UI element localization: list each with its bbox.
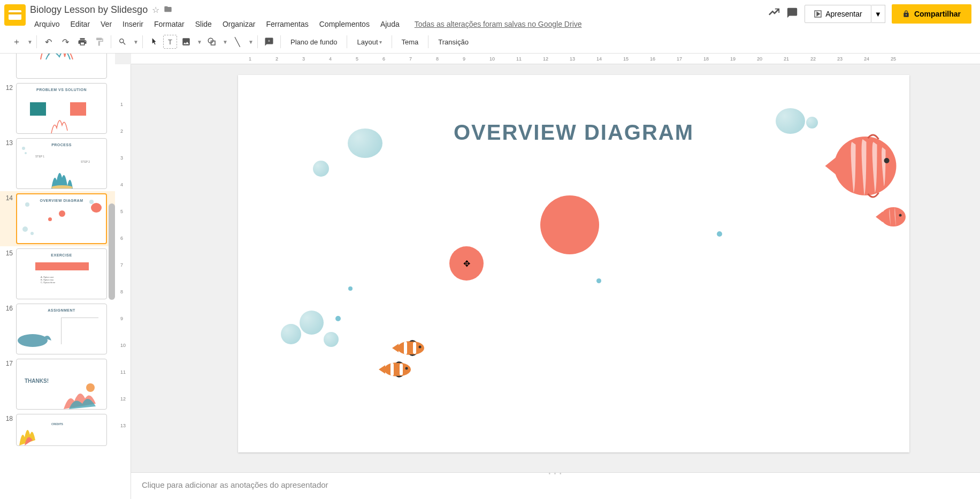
menu-edit[interactable]: Editar (66, 18, 94, 31)
present-dropdown-button[interactable]: ▼ (871, 5, 885, 23)
document-title[interactable]: Biology Lesson by Slidesgo (30, 4, 148, 16)
new-slide-dropdown[interactable]: ▼ (26, 34, 33, 50)
theme-button[interactable]: Tema (395, 34, 425, 50)
shape-circle-large[interactable] (540, 195, 599, 254)
background-button[interactable]: Plano de fundo (284, 34, 343, 50)
svg-point-11 (881, 207, 906, 226)
clownfish-image[interactable] (391, 337, 428, 359)
slide-thumb-11[interactable] (16, 54, 107, 79)
redo-button[interactable]: ↷ (57, 34, 73, 50)
play-icon (814, 10, 822, 18)
share-button[interactable]: Compartilhar (892, 4, 971, 24)
slide-thumb-18[interactable]: CREDITS (16, 414, 107, 446)
svg-rect-18 (391, 363, 394, 376)
slide-thumb-15[interactable]: EXERCISE A. Option oneB. Option twoC. Op… (16, 248, 107, 299)
header: Biology Lesson by Slidesgo ☆ Arquivo Edi… (0, 0, 980, 31)
vertical-ruler[interactable]: 1 2 3 4 5 6 7 8 9 10 11 12 13 (115, 64, 131, 499)
bubble-decoration[interactable] (324, 332, 339, 347)
slide-thumb-16[interactable]: ASSIGNMENT (16, 304, 107, 354)
menu-addons[interactable]: Complementos (315, 18, 374, 31)
bubble-decoration[interactable] (776, 108, 805, 134)
svg-text:+: + (268, 39, 271, 43)
image-dropdown[interactable]: ▼ (195, 34, 203, 50)
bubble-decoration[interactable] (806, 117, 818, 128)
zoom-dropdown[interactable]: ▼ (132, 34, 139, 50)
horizontal-ruler[interactable]: 1 2 3 4 5 6 7 8 9 10 11 12 13 14 15 16 1… (131, 54, 980, 64)
transition-button[interactable]: Transição (432, 34, 475, 50)
textbox-button[interactable]: T (163, 35, 177, 49)
paint-format-button[interactable] (91, 34, 108, 50)
sidebar-scrollbar[interactable] (109, 203, 115, 300)
menu-tools[interactable]: Ferramentas (262, 18, 312, 31)
slides-logo-icon[interactable] (4, 4, 26, 26)
new-slide-button[interactable]: ＋ (9, 34, 25, 50)
zoom-button[interactable] (114, 34, 131, 50)
menu-help[interactable]: Ajuda (376, 18, 404, 31)
slide-thumb-13[interactable]: PROCESS STEP 1 STEP 2 (16, 138, 107, 189)
small-fish-image[interactable] (875, 203, 909, 230)
slide-canvas[interactable]: OVERVIEW DIAGRAM ✥ (238, 75, 909, 452)
shape-dropdown[interactable]: ▼ (221, 34, 228, 50)
bubble-decoration[interactable] (348, 286, 353, 291)
svg-point-10 (884, 158, 890, 163)
slide-number: 15 (4, 248, 16, 257)
discus-fish-image[interactable] (821, 128, 904, 203)
slide-number: 12 (4, 83, 16, 92)
image-button[interactable] (178, 34, 194, 50)
move-folder-icon[interactable] (164, 5, 172, 16)
menu-insert[interactable]: Inserir (118, 18, 148, 31)
bubble-decoration[interactable] (281, 324, 301, 344)
save-status[interactable]: Todas as alterações foram salvas no Goog… (410, 18, 586, 31)
bubble-decoration[interactable] (335, 316, 341, 321)
menu-arrange[interactable]: Organizar (218, 18, 259, 31)
select-tool-button[interactable] (146, 34, 162, 50)
menu-slide[interactable]: Slide (191, 18, 216, 31)
menu-view[interactable]: Ver (96, 18, 116, 31)
speaker-notes[interactable]: • • • Clique para adicionar as anotações… (131, 472, 980, 499)
comment-button[interactable]: + (261, 34, 277, 50)
print-button[interactable] (74, 34, 90, 50)
bubble-decoration[interactable] (300, 311, 324, 335)
slide-number: 17 (4, 359, 16, 367)
svg-point-8 (86, 383, 95, 392)
slide-number: 14 (4, 193, 16, 202)
star-icon[interactable]: ☆ (152, 5, 159, 15)
svg-rect-19 (400, 364, 403, 375)
svg-rect-14 (404, 342, 407, 354)
line-button[interactable]: ╲ (229, 34, 246, 50)
slide-number: 13 (4, 138, 16, 147)
svg-point-20 (405, 367, 408, 370)
clownfish-image[interactable] (377, 359, 415, 380)
bubble-decoration[interactable] (313, 161, 329, 177)
bubble-decoration[interactable] (717, 231, 722, 237)
slide-thumb-12[interactable]: PROBLEM VS SOLUTION (16, 83, 107, 134)
menu-file[interactable]: Arquivo (30, 18, 64, 31)
slide-number: 16 (4, 304, 16, 312)
notes-placeholder: Clique para adicionar as anotações do ap… (142, 480, 328, 489)
layout-button[interactable]: Layout▾ (350, 34, 388, 50)
shape-button[interactable] (204, 34, 220, 50)
present-button[interactable]: Apresentar (805, 5, 871, 23)
toolbar: ＋ ▼ ↶ ↷ ▼ T ▼ ▼ ╲ ▼ + Plano de fundo Lay… (0, 31, 980, 54)
lock-icon (902, 10, 910, 18)
slide-thumb-14[interactable]: OVERVIEW DIAGRAM (16, 193, 107, 244)
activity-icon[interactable] (768, 7, 780, 21)
line-dropdown[interactable]: ▼ (247, 34, 254, 50)
slide-heading[interactable]: OVERVIEW DIAGRAM (454, 120, 694, 145)
comments-icon[interactable] (786, 7, 798, 21)
slide-panel[interactable]: 12 PROBLEM VS SOLUTION 13 PROCESS STEP 1… (0, 54, 115, 499)
slide-thumb-17[interactable]: THANKS! (16, 359, 107, 410)
undo-button[interactable]: ↶ (40, 34, 56, 50)
svg-point-6 (91, 203, 102, 213)
move-cursor-icon: ✥ (463, 259, 470, 269)
shape-circle-medium[interactable]: ✥ (449, 246, 484, 281)
title-area: Biology Lesson by Slidesgo ☆ Arquivo Edi… (30, 4, 768, 31)
canvas-area[interactable]: 1 2 3 4 5 6 7 8 9 10 11 12 13 14 15 16 1… (115, 54, 980, 499)
notes-resize-handle[interactable]: • • • (548, 471, 562, 477)
slide-number: 18 (4, 414, 16, 422)
bubble-decoration[interactable] (596, 278, 601, 283)
menu-format[interactable]: Formatar (150, 18, 189, 31)
bubble-decoration[interactable] (348, 128, 382, 158)
svg-point-12 (899, 214, 902, 217)
svg-rect-15 (413, 342, 416, 354)
